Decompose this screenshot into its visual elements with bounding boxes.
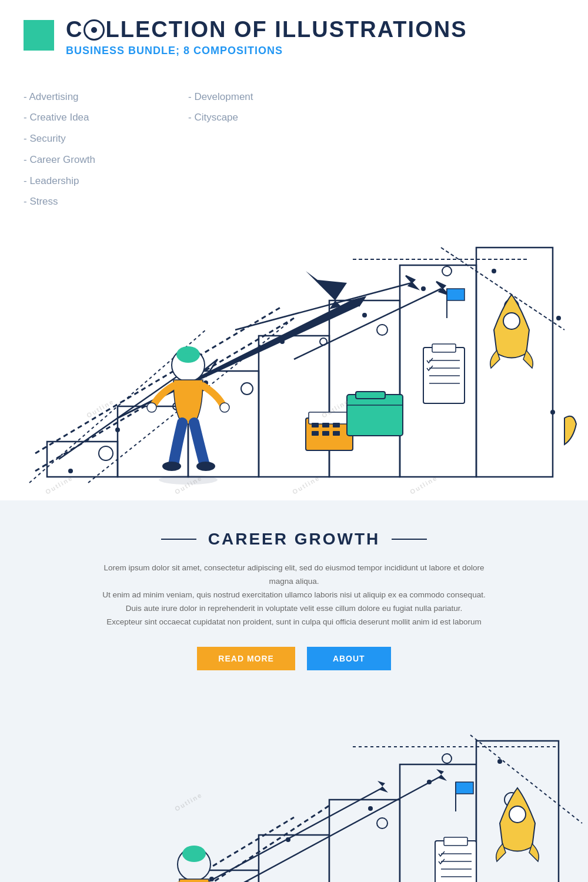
svg-rect-44 bbox=[312, 431, 319, 436]
svg-point-35 bbox=[147, 403, 156, 412]
career-title: CAREER GROWTH bbox=[208, 530, 380, 549]
about-button[interactable]: ABOUT bbox=[307, 647, 391, 670]
svg-point-56 bbox=[503, 313, 520, 329]
svg-rect-46 bbox=[333, 431, 340, 436]
svg-rect-113 bbox=[444, 837, 467, 846]
header-text: CLLECTION OF ILLUSTRATIONS BUSINESS BUND… bbox=[66, 18, 467, 57]
career-growth-illustration-2: Outline Outline Outline Outline Outline … bbox=[0, 694, 588, 882]
svg-point-93 bbox=[497, 759, 502, 764]
svg-rect-45 bbox=[322, 431, 329, 436]
header-title: CLLECTION OF ILLUSTRATIONS bbox=[66, 18, 467, 42]
svg-point-28 bbox=[362, 313, 367, 318]
svg-rect-47 bbox=[347, 395, 403, 436]
list-column-2: - Development - Cityscape bbox=[188, 86, 306, 212]
svg-point-25 bbox=[115, 427, 120, 432]
svg-point-29 bbox=[421, 286, 426, 291]
illustration-panel-1: Outline Outline Outline Outline Outline … bbox=[0, 212, 588, 500]
svg-rect-42 bbox=[322, 423, 329, 427]
svg-point-92 bbox=[427, 780, 432, 784]
svg-rect-71 bbox=[329, 800, 400, 882]
career-buttons: READ MORE ABOUT bbox=[24, 647, 564, 670]
career-growth-section: CAREER GROWTH Lorem ipsum dolor sit amet… bbox=[0, 500, 588, 694]
title-line-left bbox=[161, 539, 196, 540]
svg-rect-41 bbox=[312, 423, 319, 427]
list-item: - Development bbox=[188, 86, 306, 108]
career-title-row: CAREER GROWTH bbox=[24, 530, 564, 549]
svg-rect-51 bbox=[432, 344, 456, 352]
svg-point-37 bbox=[162, 462, 181, 471]
eye-icon bbox=[83, 19, 105, 41]
svg-rect-58 bbox=[447, 289, 465, 300]
svg-point-118 bbox=[509, 806, 526, 823]
svg-rect-120 bbox=[456, 782, 473, 794]
accent-block bbox=[24, 20, 54, 51]
list-column-1: - Advertising - Creative Idea - Security… bbox=[24, 86, 188, 212]
list-item: - Stress bbox=[24, 191, 188, 212]
svg-rect-48 bbox=[356, 392, 385, 399]
svg-point-32 bbox=[556, 316, 561, 320]
svg-rect-43 bbox=[333, 423, 340, 427]
svg-point-27 bbox=[280, 339, 285, 344]
list-item: - Security bbox=[24, 128, 188, 149]
svg-point-38 bbox=[196, 462, 215, 471]
career-growth-illustration-1: Outline Outline Outline Outline Outline … bbox=[0, 212, 588, 500]
svg-point-31 bbox=[550, 410, 555, 415]
list-item: - Creative Idea bbox=[24, 107, 188, 128]
svg-rect-0 bbox=[0, 212, 588, 500]
svg-point-89 bbox=[209, 877, 214, 881]
header-subtitle: BUSINESS BUNDLE; 8 COMPOSITIONS bbox=[66, 45, 467, 57]
career-description: Lorem ipsum dolor sit amet, consectetur … bbox=[94, 562, 494, 629]
list-item: - Leadership bbox=[24, 171, 188, 192]
feature-list-2: - Development - Cityscape bbox=[188, 86, 306, 128]
content-section: - Advertising - Creative Idea - Security… bbox=[0, 69, 588, 212]
svg-point-30 bbox=[492, 269, 496, 273]
title-line-right bbox=[392, 539, 427, 540]
list-item: - Advertising bbox=[24, 86, 188, 108]
svg-point-91 bbox=[368, 806, 373, 811]
svg-point-36 bbox=[220, 403, 229, 412]
svg-point-24 bbox=[68, 469, 73, 473]
list-item: - Career Growth bbox=[24, 149, 188, 171]
svg-point-90 bbox=[286, 837, 290, 842]
read-more-button[interactable]: READ MORE bbox=[197, 647, 295, 670]
illustration-panel-2: Outline Outline Outline Outline Outline … bbox=[0, 694, 588, 882]
header-section: CLLECTION OF ILLUSTRATIONS BUSINESS BUND… bbox=[0, 0, 588, 69]
feature-list-1: - Advertising - Creative Idea - Security… bbox=[24, 86, 188, 212]
list-item: - Cityscape bbox=[188, 107, 306, 128]
